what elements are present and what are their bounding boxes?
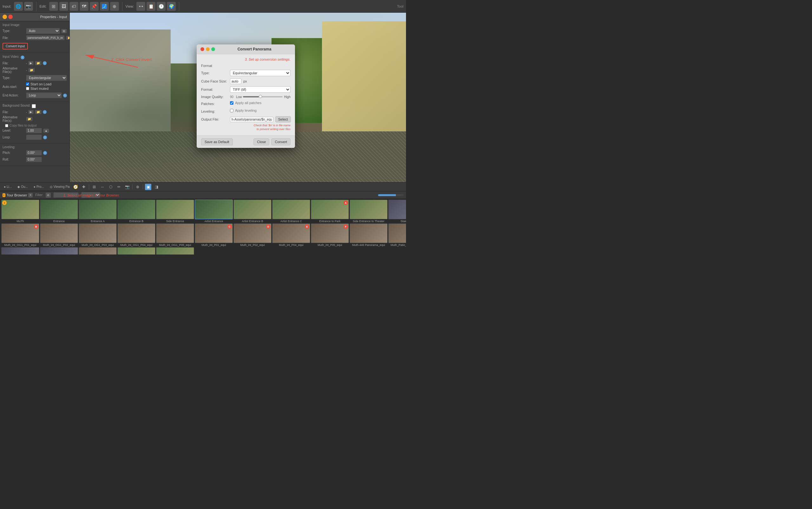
level-stepper[interactable]: ▲ [43,129,49,133]
tab-pro[interactable]: ● Pro... [31,184,47,190]
thumb-patio-p00[interactable]: G Muth_Patio_P00_equi_FB [388,224,406,246]
thumb-entrance[interactable]: Entrance [40,200,78,223]
apply-patches-checkbox[interactable] [230,101,234,105]
add-input-icon[interactable]: 🌐 [14,2,23,11]
pin-icon[interactable]: 📌 [90,2,99,11]
file-browse-btn[interactable]: 📁 [66,36,70,40]
type-select[interactable]: Auto [26,28,60,34]
hex-tool[interactable]: ⬡ [108,184,114,190]
thumb-side-entrance-theater[interactable]: Side Entrance to Theater [350,200,388,223]
image-icon[interactable]: 🖼 [59,2,68,11]
level-input[interactable] [26,128,42,133]
thumb-og1-p05[interactable]: Muth_int_OG1_P05_equi [156,224,194,246]
loop-info[interactable]: i [43,136,47,139]
start-muted-checkbox[interactable] [26,87,29,90]
thumb-og1-p04[interactable]: Muth_int_OG1_P04_equi [117,224,155,246]
thumb-artist-entrance-b[interactable]: Artist Entrance B [234,200,272,223]
bg-sound-checkbox[interactable] [32,104,36,108]
video-file-info[interactable]: i [43,61,47,65]
camera-icon[interactable]: 📷 [24,2,33,11]
convert-panorama-dialog[interactable]: Convert Panorama 3. Set up conversion se… [197,44,295,148]
maps-icon[interactable]: 🗾 [100,2,109,11]
crosshair-tool[interactable]: ⊕ [135,184,141,190]
bg-alt-browse[interactable]: 📁 [26,117,33,121]
thumb-r3-3[interactable] [79,247,117,254]
minimize-button[interactable] [3,14,7,19]
bg-browse[interactable]: 📁 [35,110,41,114]
quality-thumb[interactable] [259,95,262,98]
dialog-type-select[interactable]: Equirectangular [230,70,290,76]
grid-tool[interactable]: ⊞ [91,184,97,190]
tab-li[interactable]: ● Li... [1,184,14,190]
type-info-btn[interactable]: ⊞ [61,29,67,33]
thumb-artist-entrance-c[interactable]: Artist Entrance C [272,200,310,223]
add-tool[interactable]: ✚ [80,184,87,190]
cube-face-input[interactable] [230,78,241,84]
output-select-button[interactable]: Select [275,116,291,123]
quality-slider[interactable]: Low High [236,95,290,99]
thumb-artist-entrance[interactable]: Artist Entrance [195,200,233,223]
thumb-entrance-a[interactable]: Entrance A [79,200,117,223]
thumb-og1-p01[interactable]: B Muth_int_OG1_P01_equi [1,224,39,246]
thumb-r3-1[interactable] [1,247,39,254]
pan-tool[interactable]: ↔ [99,184,106,190]
end-action-select[interactable]: Loop [26,92,62,98]
thumb-int-p01[interactable]: C Muth_int_P01_equi [195,224,233,246]
end-action-info[interactable]: i [63,94,67,97]
bg-play[interactable]: ▶ [28,110,34,114]
convert-input-button[interactable]: Convert Input [3,43,28,49]
dialog-convert-button[interactable]: Convert [271,138,290,145]
dialog-zoom-btn[interactable] [211,47,215,51]
camera-tool[interactable]: 📷 [124,184,130,190]
thumb-int-p05[interactable]: F Muth_int_P05_equi [311,224,349,246]
filter-icon[interactable]: ⊘ [46,193,51,198]
thumb-og1-p02[interactable]: Muth_int_OG1_P02_equi [40,224,78,246]
save-default-button[interactable]: Save as Default [201,138,233,145]
draw-tool[interactable]: ✏ [116,184,122,190]
tour-browser-icon[interactable]: ≡ [28,193,33,197]
thumb-entrance-b[interactable]: Entrance B [117,200,155,223]
thumb-r3-5[interactable] [156,247,194,254]
thumb-muth[interactable]: i MuTh [1,200,39,223]
apply-leveling-checkbox[interactable] [230,109,234,112]
half-rect-tool[interactable]: ◨ [153,184,160,190]
thumb-side-entrance[interactable]: Side Entrance [156,200,194,223]
pitch-info[interactable]: i [43,151,47,155]
globe2-icon[interactable]: 🌍 [167,2,176,11]
badge-icon[interactable]: 🏷 [69,2,78,11]
thumb-r3-4[interactable] [117,247,155,254]
bg-info[interactable]: i [43,110,47,114]
sliders-icon[interactable]: ⊞ [49,2,58,11]
rect-tool[interactable]: ▣ [145,184,151,190]
pitch-input[interactable] [26,150,42,156]
roll-input[interactable] [26,157,42,162]
thumb-int-p04[interactable]: E Muth_int_P04_equi [272,224,310,246]
video-type-select[interactable]: Equirectangular [26,75,67,81]
loop-input[interactable] [26,135,42,140]
file-input[interactable] [26,35,65,40]
tab-ou[interactable]: ◆ Ou... [15,184,30,190]
start-on-load-checkbox[interactable] [26,82,29,86]
sphere-icon[interactable]: ⊕ [110,2,119,11]
dialog-minimize-btn[interactable] [206,47,210,51]
binoculars-icon[interactable]: 👓 [136,2,145,11]
video-file-play[interactable]: ▶ [28,61,34,65]
thumb-446-panorama[interactable]: Muth-446 Panorama_equi [350,224,388,246]
clock-icon[interactable]: 🕐 [157,2,166,11]
thumb-int-p02[interactable]: D Muth_int_P02_equi [234,224,272,246]
thumb-og1-p03[interactable]: Muth_int_OG1_P03_equi [79,224,117,246]
clipboard-icon[interactable]: 📋 [146,2,155,11]
video-alt-browse[interactable]: 📁 [28,68,35,72]
output-file-input[interactable] [230,117,274,122]
globe-icon[interactable]: 🗺 [80,2,89,11]
thumb-r3-2[interactable] [40,247,78,254]
input-video-info-icon[interactable]: i [21,56,25,59]
copy-files-checkbox[interactable] [5,124,8,127]
video-file-browse[interactable]: 📁 [35,61,41,65]
dialog-close-button[interactable]: Close [253,138,269,145]
dialog-format-select[interactable]: TIFF (tif) [230,86,290,93]
compass-tool[interactable]: 🧭 [72,184,79,190]
close-button[interactable] [8,14,13,19]
dialog-close-btn[interactable] [201,47,204,51]
thumb-stairwell-a[interactable]: Stairwell A [388,200,406,223]
